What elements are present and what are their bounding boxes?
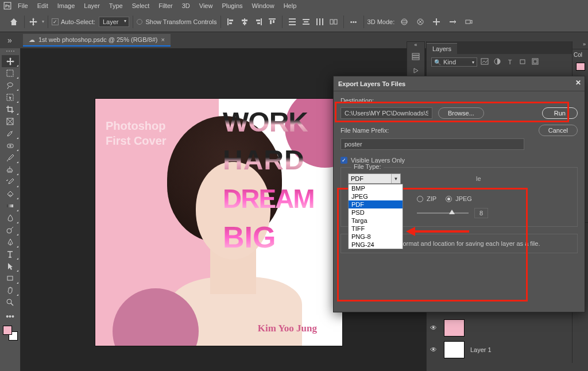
align-right-icon[interactable] (252, 16, 265, 28)
menu-filter[interactable]: Filter (154, 1, 177, 10)
visible-only-checkbox[interactable]: ✓ (341, 157, 347, 164)
visibility-icon[interactable]: 👁 (430, 324, 438, 332)
filter-smart-icon[interactable] (530, 58, 540, 66)
type-tool[interactable] (2, 248, 19, 260)
menu-layer[interactable]: Layer (79, 1, 105, 10)
menu-view[interactable]: View (195, 1, 218, 10)
brush-tool[interactable] (2, 152, 19, 164)
history-brush-tool[interactable] (2, 176, 19, 188)
file-type-option[interactable]: Targa (349, 217, 403, 225)
crop-tool[interactable] (2, 103, 19, 115)
show-transform-checkbox[interactable] (137, 19, 142, 25)
quality-slider[interactable] (417, 212, 469, 214)
collapse-panels-icon[interactable]: » (572, 41, 588, 49)
zoom-tool[interactable] (2, 296, 19, 308)
filter-type-icon[interactable]: T (505, 59, 515, 65)
distribute-auto-icon[interactable] (327, 16, 340, 28)
lasso-tool[interactable] (2, 79, 19, 91)
distribute-vcenter-icon[interactable] (300, 16, 312, 28)
menu-image[interactable]: Image (53, 1, 80, 10)
pan-3d-icon[interactable] (430, 16, 443, 28)
path-select-tool[interactable] (2, 260, 19, 272)
close-icon[interactable]: ✕ (575, 79, 581, 87)
color-tab-collapsed[interactable]: Col (572, 49, 588, 60)
document-tab[interactable]: ☁ 1st web photoshop.psdc @ 25% (RGB/8#) … (23, 34, 171, 47)
close-tab-icon[interactable]: × (161, 36, 164, 43)
object-select-tool[interactable] (2, 91, 19, 103)
file-type-option[interactable]: PDF (349, 200, 403, 208)
layers-tab[interactable]: Layers (427, 43, 457, 54)
menu-type[interactable]: Type (105, 1, 127, 10)
file-type-option[interactable]: TIFF (349, 225, 403, 233)
distribute-h-icon[interactable] (314, 16, 326, 28)
svg-rect-4 (229, 22, 232, 24)
frame-tool[interactable] (2, 115, 19, 127)
align-center-h-icon[interactable] (238, 16, 251, 28)
eyedropper-tool[interactable] (2, 127, 19, 140)
arrange-docs-icon[interactable]: » (3, 34, 16, 47)
menu-file[interactable]: File (13, 1, 33, 10)
file-type-select[interactable]: PDF ▼ (348, 173, 401, 184)
clone-stamp-tool[interactable] (2, 164, 19, 176)
roll-3d-icon[interactable] (414, 16, 427, 28)
layer-thumbnail[interactable] (444, 341, 465, 358)
filter-shape-icon[interactable] (517, 58, 528, 66)
file-type-option[interactable]: JPEG (349, 192, 403, 200)
auto-select-checkbox[interactable]: ✓ (52, 18, 59, 25)
history-panel-icon[interactable] (407, 50, 424, 64)
file-type-option[interactable]: BMP (349, 184, 403, 192)
toolbar-handle[interactable] (2, 51, 19, 54)
filter-kind-dropdown[interactable]: 🔍Kind▾ (431, 57, 477, 67)
filter-pixel-icon[interactable] (479, 58, 490, 66)
align-top-icon[interactable] (266, 16, 278, 28)
destination-input[interactable] (341, 107, 432, 119)
distribute-top-icon[interactable] (286, 16, 299, 28)
marquee-tool[interactable] (2, 67, 19, 79)
foreground-swatch[interactable] (3, 326, 12, 335)
menu-help[interactable]: Help (279, 1, 301, 10)
menu-3d[interactable]: 3D (177, 1, 195, 10)
cancel-button[interactable]: Cancel (539, 125, 578, 136)
healing-tool[interactable] (2, 140, 19, 152)
hand-tool[interactable] (2, 284, 19, 296)
layer-thumbnail[interactable] (444, 319, 465, 337)
file-type-option[interactable]: PNG-24 (349, 241, 403, 249)
menu-window[interactable]: Window (247, 1, 279, 10)
menu-select[interactable]: Select (127, 1, 154, 10)
dialog-title-bar[interactable]: Export Layers To Files ✕ (334, 76, 585, 91)
slide-3d-icon[interactable] (446, 16, 459, 28)
dock-collapse-icon[interactable]: « (407, 42, 424, 50)
dodge-tool[interactable] (2, 224, 19, 236)
menu-plugins[interactable]: Plugins (217, 1, 247, 10)
gradient-tool[interactable] (2, 200, 19, 212)
home-button[interactable] (7, 15, 21, 29)
layer-row[interactable]: 👁 Layer 1 (427, 339, 588, 361)
encoding-zip-radio[interactable]: ZIP (417, 195, 436, 202)
align-left-icon[interactable] (225, 16, 237, 28)
file-type-option[interactable]: PSD (349, 208, 403, 217)
edit-toolbar[interactable]: ••• (2, 310, 19, 322)
auto-select-target-dropdown[interactable]: Layer (99, 17, 130, 27)
color-swatches[interactable] (3, 326, 18, 341)
menu-edit[interactable]: Edit (33, 1, 53, 10)
canvas[interactable]: Photoshop First Cover WORK HARD DREAM BI… (95, 99, 342, 346)
camera-3d-icon[interactable] (462, 16, 475, 28)
orbit-3d-icon[interactable] (398, 16, 411, 28)
blur-tool[interactable] (2, 212, 19, 224)
rectangle-tool[interactable] (2, 272, 19, 284)
file-type-option[interactable]: PNG-8 (349, 233, 403, 241)
run-button[interactable]: Run (542, 107, 578, 119)
visibility-icon[interactable]: 👁 (430, 346, 438, 354)
eraser-tool[interactable] (2, 188, 19, 200)
prefix-input[interactable] (341, 138, 524, 150)
encoding-jpeg-radio[interactable]: JPEG (446, 195, 472, 202)
browse-button[interactable]: Browse... (438, 107, 484, 119)
layer-name[interactable]: Layer 1 (470, 346, 492, 353)
more-options-icon[interactable]: ••• (347, 16, 360, 28)
pen-tool[interactable] (2, 236, 19, 248)
move-tool[interactable] (2, 55, 19, 67)
quality-value[interactable]: 8 (474, 208, 488, 218)
layer-row[interactable]: 👁 (427, 317, 588, 339)
filter-adjust-icon[interactable] (492, 58, 502, 66)
fg-color-mini-swatch[interactable] (572, 60, 588, 73)
